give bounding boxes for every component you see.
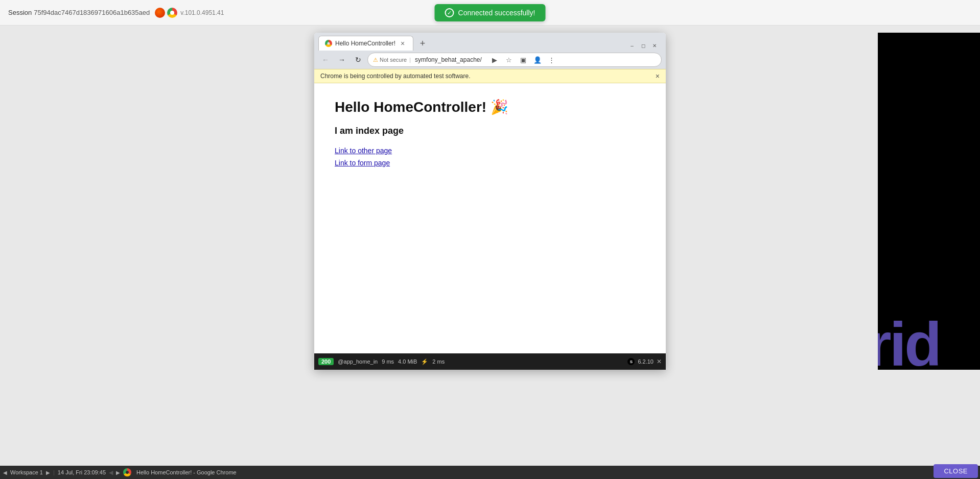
db-time: 2 ms [432,358,445,365]
session-label: Session [8,9,32,16]
tab-minimize-icon[interactable]: – [627,40,637,51]
warning-message: Chrome is being controlled by automated … [320,73,470,80]
browser-icons [155,8,177,18]
address-bar-row: ← → ↻ ⚠ Not secure | symfony_behat_apach… [314,51,666,69]
bookmark-icon[interactable]: ☆ [502,53,516,66]
session-id: 75f94dac7467d1836971606a1b635aed [34,9,150,16]
tab-close-icon[interactable]: × [399,39,407,47]
account-icon[interactable]: 👤 [531,53,544,66]
route-info: @app_home_in [338,358,378,365]
address-bar-actions: ▶ ☆ ▣ 👤 ⋮ [488,53,558,66]
tab-window-close-icon[interactable]: ✕ [649,40,660,51]
taskbar-separator-2: ◀ [109,469,113,476]
taskbar: ◀ Workspace 1 ▶ | 14 Jul, Fri 23:09:45 ◀… [0,466,980,479]
page-heading: Hello HomeController! 🎉 [335,99,645,115]
link-other-page[interactable]: Link to other page [335,147,645,155]
reload-button[interactable]: ↻ [351,53,365,67]
tab-bar: Hello HomeController! × + – ◻ ✕ [314,33,666,51]
browser-content: Hello HomeController! 🎉 I am index page … [314,83,666,353]
play-icon[interactable]: ▶ [488,53,501,66]
chrome-icon [167,8,177,18]
version-label: v.101.0.4951.41 [180,9,224,16]
taskbar-datetime: 14 Jul, Fri 23:09:45 [58,469,106,475]
security-text: Not secure [380,57,407,63]
black-overlay: rid [878,33,980,370]
connected-toast: ✓ Connected successfully! [435,4,546,21]
browser-window: Hello HomeController! × + – ◻ ✕ ← → ↻ ⚠ [314,33,666,370]
workspace-prev-arrow[interactable]: ◀ [3,470,7,475]
taskbar-expand-arrow[interactable]: ▶ [116,470,120,475]
address-bar[interactable]: ⚠ Not secure | symfony_behat_apache/ ▶ ☆… [367,53,662,67]
db-icon: ⚡ [421,358,428,365]
workspace-label: Workspace 1 [10,469,43,475]
menu-icon[interactable]: ⋮ [545,53,558,66]
page-links: Link to other page Link to form page [335,147,645,167]
warning-close-button[interactable]: × [656,72,660,80]
firefox-icon [155,8,165,18]
new-tab-button[interactable]: + [415,36,430,51]
back-button[interactable]: ← [318,53,333,67]
tab-title: Hello HomeController! [335,40,395,47]
symfony-version: 6.2.10 [638,358,654,365]
security-badge: ⚠ Not secure | [373,57,412,63]
symfony-logo: S [627,358,635,365]
taskbar-chrome-icon [123,468,131,476]
status-badge: 200 [318,358,334,365]
taskbar-window-title: Hello HomeController! - Google Chrome [136,469,237,475]
automated-warning-bar: Chrome is being controlled by automated … [314,69,666,83]
check-icon: ✓ [445,8,454,17]
time-info: 9 ms [382,358,394,365]
browser-tab[interactable]: Hello HomeController! × [318,36,413,51]
tab-spacer: – ◻ ✕ [430,40,662,51]
link-form-page[interactable]: Link to form page [335,159,645,167]
dev-info: @app_home_in 9 ms 4.0 MiB ⚡ 2 ms [338,358,445,365]
close-button[interactable]: CLOSE [934,464,978,478]
taskbar-separator: | [53,469,55,475]
memory-info: 4.0 MiB [398,358,417,365]
grid-text: rid [878,314,940,370]
tab-favicon [325,40,332,47]
warning-icon: ⚠ [373,57,378,63]
forward-button[interactable]: → [335,53,349,67]
tab-restore-icon[interactable]: ◻ [638,40,648,51]
workspace-next-arrow[interactable]: ▶ [46,470,50,475]
page-subheading: I am index page [335,126,645,136]
dev-toolbar: 200 @app_home_in 9 ms 4.0 MiB ⚡ 2 ms S 6… [314,353,666,370]
dev-toolbar-close[interactable]: ✕ [657,358,662,365]
main-area: Hello HomeController! × + – ◻ ✕ ← → ↻ ⚠ [0,26,980,479]
browser-chrome: Hello HomeController! × + – ◻ ✕ ← → ↻ ⚠ [314,33,666,83]
cast-icon[interactable]: ▣ [517,53,530,66]
url-text: symfony_behat_apache/ [415,56,482,63]
dev-right: S 6.2.10 ✕ [627,358,662,365]
toast-message: Connected successfully! [458,9,535,17]
